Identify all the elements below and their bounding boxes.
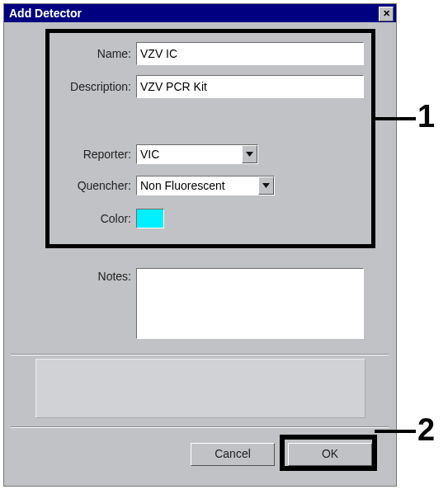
annotation-number-2: 2 [417,412,435,448]
titlebar: Add Detector ✕ [4,4,396,22]
ok-button[interactable]: OK [288,443,372,466]
close-icon: ✕ [383,8,390,18]
name-label: Name: [52,47,131,60]
svg-marker-1 [262,183,270,188]
quencher-value: Non Fluorescent [137,176,258,195]
description-input[interactable] [136,75,364,98]
lower-panel [35,359,365,418]
color-label: Color: [52,212,131,225]
quencher-combo[interactable]: Non Fluorescent [136,176,275,195]
reporter-dropdown-button[interactable] [242,145,257,163]
svg-marker-0 [246,152,253,157]
chevron-down-icon [262,183,270,188]
color-swatch[interactable] [136,209,164,228]
reporter-label: Reporter: [52,148,131,161]
annotation-leader-2 [375,430,416,433]
window-title: Add Detector [9,7,82,20]
cancel-button[interactable]: Cancel [191,443,275,466]
client-area: Name: Description: Reporter: VIC [4,22,396,486]
reporter-combo[interactable]: VIC [136,144,258,164]
description-label: Description: [52,80,131,93]
quencher-dropdown-button[interactable] [258,176,274,195]
separator [11,426,389,428]
notes-label: Notes: [52,268,131,283]
reporter-value: VIC [137,145,242,163]
close-button[interactable]: ✕ [379,7,394,21]
annotation-leader-1 [375,117,416,120]
separator [11,354,389,355]
chevron-down-icon [246,152,253,157]
quencher-label: Quencher: [52,179,131,192]
add-detector-dialog: Add Detector ✕ Name: Description: Report… [3,3,397,487]
notes-textarea[interactable] [136,268,364,339]
name-input[interactable] [136,42,364,65]
annotation-number-1: 1 [417,99,435,134]
